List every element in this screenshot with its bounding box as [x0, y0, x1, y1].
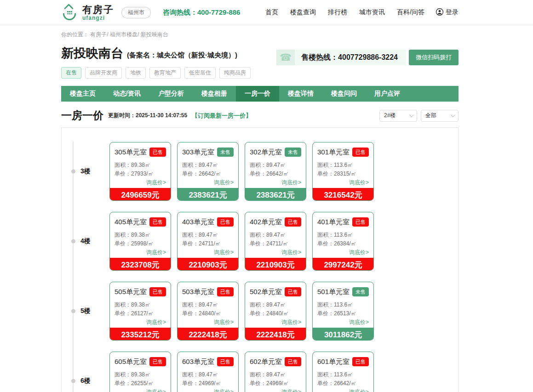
ask-bottom-price-link[interactable]: 询底价> — [250, 179, 301, 187]
ask-bottom-price-link[interactable]: 询底价> — [250, 249, 301, 256]
total-price-bar: 2383621元 — [245, 188, 306, 201]
unit-card-body: 402单元室已售面积：89.47㎡单价：24711/㎡询底价> — [245, 212, 306, 258]
building-select[interactable]: 2#楼 — [379, 110, 417, 122]
login-label: 登录 — [446, 8, 458, 17]
logo-subname: ufangzi — [82, 15, 114, 21]
ask-bottom-price-link[interactable]: 询底价> — [317, 388, 369, 392]
logo[interactable]: 有房子 ufangzi — [61, 4, 114, 21]
status-badge: 已售 — [217, 287, 234, 296]
unit-card-header: 305单元室已售 — [115, 148, 166, 157]
unit-card[interactable]: 401单元室已售面积：113.6㎡单价：26384/㎡询底价>2997242元 — [312, 212, 374, 271]
breadcrumb-link[interactable]: 新投映南台 — [141, 31, 168, 38]
status-badge: 已售 — [149, 357, 166, 366]
unit-filter-select-value: 全部 — [425, 112, 436, 119]
ask-bottom-price-link[interactable]: 询底价> — [317, 249, 369, 256]
unit-card[interactable]: 303单元室未售面积：89.47㎡单价：26642/㎡询底价>2383621元 — [177, 142, 239, 201]
property-tags: 在售品牌开发商地铁教育地产低密居住纯商品房 — [61, 67, 458, 79]
status-badge: 已售 — [149, 148, 166, 157]
ask-bottom-price-link[interactable]: 询底价> — [182, 249, 234, 256]
tab-6[interactable]: 楼盘问问 — [322, 86, 366, 102]
unit-card[interactable]: 402单元室已售面积：89.47㎡单价：24711/㎡询底价>2210903元 — [245, 212, 306, 271]
city-selector[interactable]: 福州市 — [121, 7, 151, 18]
floor-row: 3楼305单元室已售面积：89.38㎡单价：27933/㎡询底价>2496659… — [62, 142, 458, 201]
floor-label: 6楼 — [80, 377, 91, 385]
wechat-scan-call-button[interactable]: 微信扫码拨打 — [409, 50, 458, 65]
nav-item-0[interactable]: 首页 — [265, 8, 278, 17]
ask-bottom-price-link[interactable]: 询底价> — [317, 318, 369, 326]
status-badge: 已售 — [285, 217, 301, 227]
unit-card[interactable]: 501单元室未售面积：113.6㎡单价：26513/㎡询底价>3011862元 — [312, 282, 374, 341]
ask-bottom-price-link[interactable]: 询底价> — [115, 388, 166, 392]
unit-name: 602单元室 — [250, 358, 282, 366]
tab-7[interactable]: 用户点评 — [366, 86, 409, 102]
property-tag: 教育地产 — [149, 67, 181, 79]
status-badge: 已售 — [149, 287, 166, 296]
unit-name: 603单元室 — [182, 358, 214, 366]
unit-card-body: 305单元室已售面积：89.38㎡单价：27933/㎡询底价> — [110, 142, 171, 188]
unit-card[interactable]: 502单元室已售面积：89.47㎡单价：24840/㎡询底价>2222418元 — [245, 282, 306, 341]
unit-card-header: 402单元室已售 — [250, 217, 301, 227]
unit-name: 305单元室 — [115, 148, 147, 157]
total-price-bar: 3011862元 — [313, 328, 373, 341]
unit-area: 面积：89.47㎡ — [250, 370, 301, 379]
unit-card-header: 401单元室已售 — [317, 217, 369, 227]
floor-rail: 4楼 — [62, 212, 109, 271]
unit-card[interactable]: 605单元室已售面积：89.38㎡单价：26255/㎡询底价>2346715元 — [109, 352, 171, 392]
ask-bottom-price-link[interactable]: 询底价> — [115, 249, 166, 256]
total-price-bar: 2222418元 — [178, 328, 238, 341]
unit-card[interactable]: 603单元室已售面积：89.47㎡单价：24969/㎡询底价>2233933元 — [177, 352, 239, 392]
unit-area: 面积：89.38㎡ — [115, 231, 166, 239]
unit-cards: 605单元室已售面积：89.38㎡单价：26255/㎡询底价>2346715元6… — [109, 352, 374, 392]
unit-card[interactable]: 302单元室未售面积：89.47㎡单价：26642/㎡询底价>2383621元 — [245, 142, 306, 201]
nav-item-3[interactable]: 城市资讯 — [359, 8, 385, 17]
unit-card[interactable]: 405单元室已售面积：89.38㎡单价：25998/㎡询底价>2323708元 — [109, 212, 171, 271]
unit-filter-select[interactable]: 全部 — [421, 110, 458, 122]
breadcrumb: 你的位置： 有房子/ 福州市楼盘/ 新投映南台 — [61, 31, 458, 39]
unit-card[interactable]: 301单元室已售面积：113.6㎡单价：28315/㎡询底价>3216542元 — [312, 142, 374, 201]
status-badge: 已售 — [352, 357, 369, 366]
tab-3[interactable]: 楼盘相册 — [193, 86, 236, 102]
tab-0[interactable]: 楼盘主页 — [61, 86, 104, 102]
unit-area: 面积：89.47㎡ — [182, 161, 234, 170]
sales-hotline-number: 4007729886-3224 — [338, 53, 398, 61]
unit-name: 401单元室 — [317, 218, 350, 227]
nav-item-2[interactable]: 排行榜 — [328, 8, 347, 17]
ask-bottom-price-link[interactable]: 询底价> — [317, 179, 369, 187]
ask-bottom-price-link[interactable]: 询底价> — [250, 318, 301, 326]
unit-price-per-sqm: 单价：28315/㎡ — [317, 170, 369, 178]
update-time: 更新时间：2025-11-30 14:07:55 — [108, 112, 187, 119]
unit-name: 303单元室 — [182, 148, 214, 157]
section-header: 一房一价 更新时间：2025-11-30 14:07:55 【订阅最新一房一价】… — [61, 108, 458, 123]
ask-bottom-price-link[interactable]: 询底价> — [182, 388, 234, 392]
breadcrumb-link[interactable]: 有房子 — [90, 31, 107, 38]
unit-card-header: 503单元室已售 — [182, 287, 234, 296]
tab-2[interactable]: 户型分析 — [149, 86, 193, 102]
ask-bottom-price-link[interactable]: 询底价> — [182, 179, 234, 187]
property-tag: 低密居住 — [184, 67, 216, 79]
unit-card[interactable]: 503单元室已售面积：89.47㎡单价：24840/㎡询底价>2222418元 — [177, 282, 239, 341]
tab-4[interactable]: 一房一价 — [236, 86, 279, 102]
floor-label: 5楼 — [80, 307, 91, 315]
subscribe-link[interactable]: 【订阅最新一房一价】 — [192, 112, 252, 120]
unit-price-per-sqm: 单价：24711/㎡ — [250, 239, 301, 248]
property-tag: 在售 — [61, 67, 81, 79]
tab-5[interactable]: 楼盘详情 — [279, 86, 322, 102]
ask-bottom-price-link[interactable]: 询底价> — [250, 388, 301, 392]
ask-bottom-price-link[interactable]: 询底价> — [182, 318, 234, 326]
breadcrumb-link[interactable]: 福州市楼盘 — [110, 31, 138, 38]
login-button[interactable]: 登录 — [436, 8, 458, 17]
sales-hotline-bar: ☎ 售楼热线：4007729886-3224 微信扫码拨打 — [276, 50, 458, 65]
unit-price-per-sqm: 单价：24840/㎡ — [182, 309, 234, 318]
unit-card[interactable]: 602单元室已售面积：89.47㎡单价：24969/㎡询底价>2233933元 — [245, 352, 306, 392]
unit-card[interactable]: 403单元室已售面积：89.47㎡单价：24711/㎡询底价>2210903元 — [177, 212, 239, 271]
unit-card[interactable]: 601单元室已售面积：113.6㎡单价：26642/㎡询底价>3026482元 — [312, 352, 374, 392]
tab-1[interactable]: 动态/资讯 — [104, 86, 149, 102]
unit-name: 501单元室 — [317, 288, 350, 296]
ask-bottom-price-link[interactable]: 询底价> — [115, 318, 166, 326]
unit-card[interactable]: 305单元室已售面积：89.38㎡单价：27933/㎡询底价>2496659元 — [109, 142, 171, 201]
nav-item-4[interactable]: 百科/问答 — [397, 8, 424, 17]
nav-item-1[interactable]: 楼盘查询 — [290, 8, 316, 17]
main-nav: 首页楼盘查询排行榜城市资讯百科/问答 — [253, 8, 424, 17]
unit-card[interactable]: 505单元室已售面积：89.38㎡单价：26127/㎡询底价>2335212元 — [109, 282, 171, 341]
ask-bottom-price-link[interactable]: 询底价> — [115, 179, 166, 187]
